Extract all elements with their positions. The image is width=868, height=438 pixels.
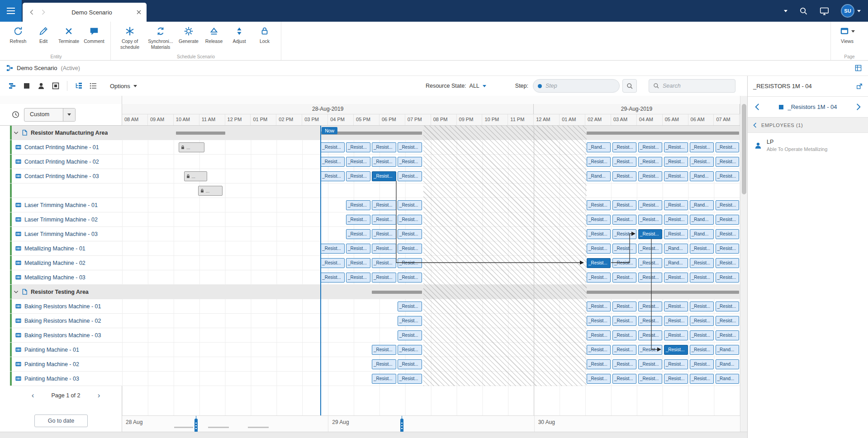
operation-bar[interactable]: _Resist... (587, 330, 611, 340)
operation-bar[interactable]: _Resist... (612, 229, 636, 239)
operation-bar[interactable]: _Resist... (716, 157, 740, 167)
operation-bar[interactable]: _Resist... (398, 171, 422, 181)
operation-bar[interactable]: _Resist... (716, 244, 740, 254)
operation-bar[interactable]: _Resist... (716, 273, 740, 283)
operation-bar[interactable]: _Resist... (690, 142, 714, 152)
operation-bar[interactable]: _Rand... (690, 229, 714, 239)
operation-bar[interactable]: _Resist... (690, 157, 714, 167)
step-input-pill[interactable] (533, 79, 620, 93)
operation-bar[interactable]: _Resist... (320, 258, 345, 268)
operation-bar[interactable]: _Rand... (716, 374, 740, 384)
resource-row[interactable]: Laser Trimming Machine - 02 (10, 212, 122, 227)
operation-bar[interactable]: _Resist... (587, 258, 611, 268)
operation-bar[interactable]: _Resist... (320, 157, 345, 167)
resource-row[interactable]: Baking Resistors Machine - 03 (10, 328, 122, 343)
operation-bar[interactable]: _Resist... (372, 229, 396, 239)
operation-bar[interactable]: _Resist... (320, 171, 345, 181)
resource-row[interactable]: Laser Trimming Machine - 03 (10, 227, 122, 241)
operation-bar[interactable]: _Resist... (346, 273, 370, 283)
time-range-caret-icon[interactable] (63, 108, 75, 121)
operation-bar[interactable]: _Resist... (372, 374, 396, 384)
time-range-select[interactable]: Custom (24, 108, 76, 122)
resource-row[interactable]: Laser Trimming Machine - 01 (10, 198, 122, 212)
operation-bar[interactable]: _Resist... (346, 215, 370, 225)
operation-bar[interactable]: _Resist... (664, 229, 688, 239)
operation-bar[interactable]: _Resist... (372, 258, 396, 268)
operation-bar[interactable]: _Resist... (612, 244, 636, 254)
operation-bar[interactable]: _Resist... (587, 301, 611, 311)
operation-bar[interactable]: _Resist... (664, 301, 688, 311)
operation-bar[interactable]: _Rand... (690, 200, 714, 210)
operation-bar[interactable]: _Resist... (346, 244, 370, 254)
resource-row[interactable]: Metallizing Machine - 01 (10, 241, 122, 256)
operation-bar[interactable]: _Resist... (638, 359, 662, 369)
resource-row[interactable]: Painting Machine - 03 (10, 372, 122, 386)
step-search-button[interactable] (622, 79, 637, 93)
operation-bar[interactable]: _Resist... (690, 258, 714, 268)
operation-bar[interactable]: _Resist... (612, 171, 636, 181)
operation-bar[interactable]: _Resist... (638, 316, 662, 326)
operation-bar[interactable]: _Resist... (587, 200, 611, 210)
search-input[interactable] (663, 83, 721, 89)
operation-bar[interactable]: _Resist... (664, 142, 688, 152)
operation-bar[interactable]: _Rand... (716, 345, 740, 355)
operation-bar[interactable]: _Resist... (716, 301, 740, 311)
operation-bar[interactable]: _Resist... (638, 273, 662, 283)
scenario-grid-icon[interactable] (855, 65, 862, 71)
prev-page-icon[interactable]: ‹ (27, 391, 39, 400)
operation-bar[interactable]: _Resist... (716, 316, 740, 326)
operation-bar[interactable]: _Resist... (690, 244, 714, 254)
search-icon[interactable] (799, 7, 808, 15)
operation-bar[interactable]: _Resist... (638, 345, 662, 355)
operation-bar[interactable]: _Resist... (372, 215, 396, 225)
operation-bar[interactable]: _Resist... (398, 374, 422, 384)
resource-state-dropdown[interactable]: Resource State: ALL (426, 83, 486, 89)
step-input[interactable] (545, 83, 604, 89)
operation-bar[interactable]: _Resist... (716, 215, 740, 225)
resource-row[interactable]: Painting Machine - 01 (10, 343, 122, 357)
locked-bar[interactable]: ... (179, 142, 204, 152)
operation-bar[interactable]: _Resist... (587, 157, 611, 167)
resource-row[interactable]: Metallizing Machine - 03 (10, 270, 122, 285)
operation-bar[interactable]: _Resist... (398, 244, 422, 254)
operation-bar[interactable]: _Resist... (716, 330, 740, 340)
operation-bar[interactable]: _Resist... (398, 200, 422, 210)
next-page-icon[interactable]: › (93, 391, 104, 400)
operation-bar[interactable]: _Resist... (664, 330, 688, 340)
locked-bar[interactable]: ... (198, 186, 223, 196)
operation-bar[interactable]: _Resist... (346, 258, 370, 268)
operation-bar[interactable]: _Resist... (372, 359, 396, 369)
operation-bar[interactable]: _Resist... (612, 157, 636, 167)
back-icon[interactable] (28, 9, 35, 15)
scenario-tab[interactable]: Demo Scenario (23, 3, 147, 22)
next-item-icon[interactable] (854, 103, 863, 111)
operation-bar[interactable]: _Resist... (664, 157, 688, 167)
monitor-icon[interactable] (820, 6, 829, 16)
search-box[interactable] (649, 79, 735, 93)
operation-bar[interactable]: _Resist... (612, 301, 636, 311)
operation-bar[interactable]: _Resist... (398, 157, 422, 167)
forward-icon[interactable] (40, 9, 47, 15)
operation-bar[interactable]: _Resist... (690, 316, 714, 326)
operation-bar[interactable]: _Resist... (587, 316, 611, 326)
operation-bar[interactable]: _Resist... (398, 316, 422, 326)
operation-bar[interactable]: _Resist... (398, 330, 422, 340)
prev-item-icon[interactable] (753, 103, 762, 111)
operation-bar[interactable]: _Resist... (664, 345, 688, 355)
operation-bar[interactable]: _Resist... (346, 157, 370, 167)
operation-bar[interactable]: _Resist... (372, 157, 396, 167)
operation-bar[interactable]: _Resist... (690, 359, 714, 369)
operation-bar[interactable]: _Resist... (716, 258, 740, 268)
operation-bar[interactable]: _Resist... (587, 345, 611, 355)
operation-bar[interactable]: _Resist... (346, 200, 370, 210)
operation-bar[interactable]: _Rand... (664, 258, 688, 268)
operation-bar[interactable]: _Resist... (372, 244, 396, 254)
operation-bar[interactable]: _Resist... (612, 215, 636, 225)
operation-bar[interactable]: _Resist... (638, 157, 662, 167)
board-view-button[interactable] (20, 79, 33, 93)
operation-bar[interactable]: _Resist... (398, 273, 422, 283)
operation-bar[interactable]: _Resist... (398, 258, 422, 268)
operation-bar[interactable]: _Rand... (664, 244, 688, 254)
operation-bar[interactable]: _Resist... (612, 330, 636, 340)
operation-bar[interactable]: _Resist... (587, 273, 611, 283)
